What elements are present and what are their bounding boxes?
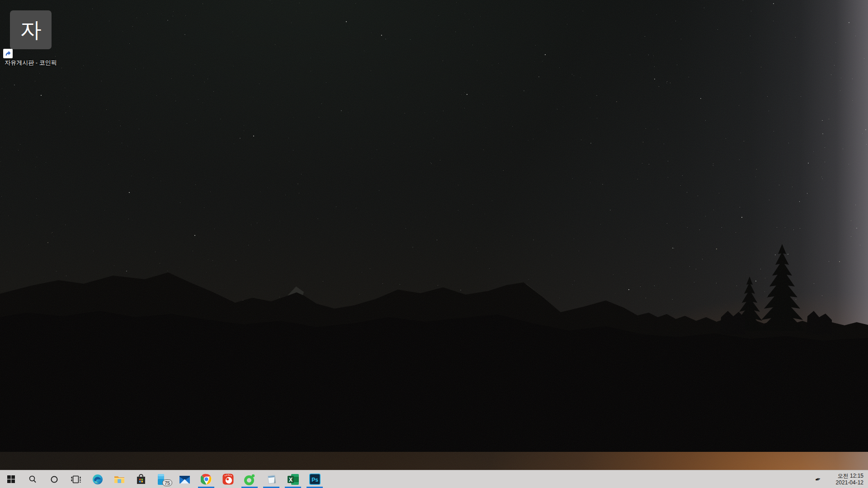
chrome-icon (201, 474, 212, 485)
green-ring-icon (244, 474, 255, 485)
taskbar-clock[interactable]: 오전 12:15 2021-04-12 (825, 473, 868, 486)
taskbar-buttons: 75 (0, 470, 326, 488)
excel-icon: X (288, 474, 299, 485)
microsoft-store-button[interactable] (130, 470, 152, 488)
clock-time: 오전 12:15 (825, 473, 863, 479)
svg-text:X: X (288, 477, 292, 483)
phone-notification-badge: 75 (162, 479, 172, 486)
shortcut-arrow-icon (3, 49, 13, 58)
chrome-button[interactable] (195, 470, 217, 488)
cortana-button[interactable] (43, 470, 65, 488)
search-icon (28, 475, 37, 483)
clock-date: 2021-04-12 (825, 479, 863, 486)
task-view-button[interactable] (65, 470, 87, 488)
start-button[interactable] (0, 470, 22, 488)
green-ring-app-button[interactable] (239, 470, 260, 488)
mail-button[interactable] (174, 470, 195, 488)
your-phone-button[interactable]: 75 (152, 470, 174, 488)
mail-envelope-icon (179, 475, 190, 484)
red-recorder-app-button[interactable] (217, 470, 239, 488)
windows-ink-pen-icon[interactable]: ✒ (811, 470, 825, 488)
notepad-icon (266, 474, 277, 485)
red-recorder-icon (222, 474, 234, 485)
taskbar: 75 (0, 470, 868, 488)
shortcut-label: 자유게시판 - 코인픽 (0, 59, 70, 66)
mountain-silhouette (0, 199, 868, 452)
photoshop-button[interactable]: Ps (304, 470, 326, 488)
photoshop-icon: Ps (309, 474, 321, 485)
edge-icon (92, 474, 103, 485)
edge-button[interactable] (87, 470, 108, 488)
taskbar-empty-space (326, 470, 811, 488)
excel-button[interactable]: X (282, 470, 304, 488)
desktop-wallpaper: 자 자유게시판 - 코인픽 (0, 0, 868, 470)
svg-text:Ps: Ps (311, 477, 318, 483)
cortana-circle-icon (50, 475, 58, 483)
task-view-icon (71, 475, 81, 483)
notepad-button[interactable] (260, 470, 282, 488)
file-explorer-button[interactable] (108, 470, 130, 488)
shortcut-tile-icon: 자 (10, 10, 52, 49)
store-bag-icon (136, 474, 146, 484)
folder-icon (114, 475, 125, 484)
system-tray: ✒ 오전 12:15 2021-04-12 (811, 470, 868, 488)
windows-logo-icon (7, 475, 15, 483)
search-button[interactable] (22, 470, 43, 488)
